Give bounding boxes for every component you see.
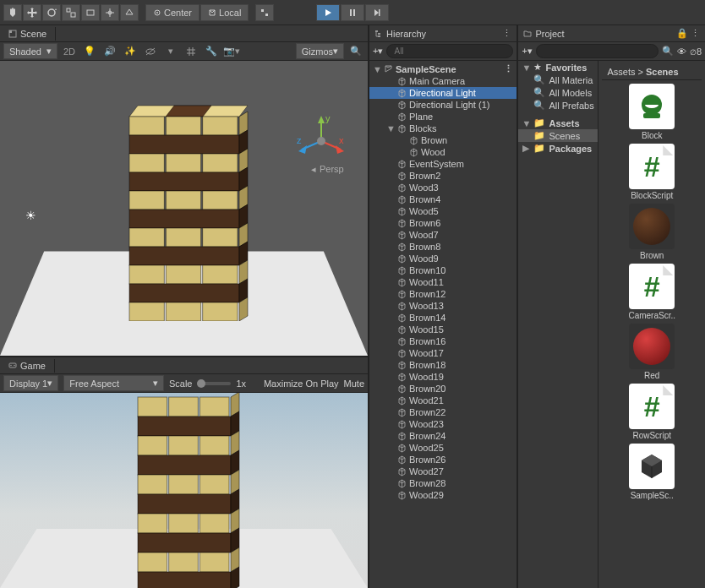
game-viewport[interactable] [0, 393, 368, 588]
lighting-toggle[interactable]: 💡 [81, 44, 98, 59]
hierarchy-item[interactable]: Wood27 [369, 466, 516, 477]
project-folder-tree[interactable]: ▼★ Favorites 🔍 All Materia🔍 All Models🔍 … [518, 61, 598, 588]
scene-tab[interactable]: Scene [0, 27, 56, 41]
scene-search[interactable]: 🔍 [347, 44, 364, 59]
gizmos-dropdown[interactable]: Gizmos ▾ [296, 43, 344, 59]
scene-vis-dropdown[interactable]: ▾ [162, 44, 179, 59]
hierarchy-item[interactable]: Wood29 [369, 489, 516, 501]
hierarchy-item[interactable]: Wood13 [369, 300, 516, 312]
asset-item[interactable]: #CameraScr.. [625, 264, 679, 320]
hierarchy-item[interactable]: Brown6 [369, 217, 516, 229]
rotate-tool[interactable] [42, 4, 61, 21]
hidden-toggle[interactable] [142, 44, 159, 59]
hierarchy-item[interactable]: Wood25 [369, 442, 516, 454]
packages-folder[interactable]: ▶📁 Packages [518, 142, 598, 155]
hierarchy-item[interactable]: Brown18 [369, 359, 516, 371]
hierarchy-item[interactable]: Main Camera [369, 75, 516, 87]
project-add-button[interactable]: +▾ [522, 46, 532, 57]
scene-root[interactable]: ▼ SampleScene⋮ [369, 63, 516, 75]
orientation-gizmo[interactable]: y x z ◂ Persp [292, 112, 342, 162]
hierarchy-item[interactable]: EventSystem [369, 158, 516, 170]
hierarchy-item[interactable]: Directional Light (1) [369, 99, 516, 111]
svg-rect-77 [138, 455, 231, 475]
display-dropdown[interactable]: Display 1 ▾ [3, 375, 58, 391]
hierarchy-item[interactable]: Wood5 [369, 205, 516, 217]
project-lock[interactable]: 🔒 [676, 28, 688, 38]
maximize-toggle[interactable]: Maximize On Play [264, 378, 339, 389]
asset-item[interactable]: #BlockScript [625, 144, 679, 200]
hierarchy-item[interactable]: Brown26 [369, 454, 516, 466]
hierarchy-item[interactable]: Wood21 [369, 395, 516, 406]
hierarchy-item[interactable]: Brown14 [369, 312, 516, 324]
mute-toggle[interactable]: Mute [344, 378, 364, 389]
hierarchy-item[interactable]: Wood [369, 146, 516, 158]
asset-item[interactable]: Red [625, 324, 679, 380]
hierarchy-item[interactable]: Brown10 [369, 264, 516, 276]
2d-toggle[interactable]: 2D [61, 44, 78, 59]
asset-item[interactable]: Block [625, 84, 679, 140]
hierarchy-item[interactable]: Brown [369, 134, 516, 146]
hierarchy-item[interactable]: Wood19 [369, 371, 516, 383]
pause-button[interactable] [341, 4, 364, 21]
scale-slider[interactable] [197, 382, 231, 385]
move-tool[interactable] [23, 4, 41, 21]
tools-toggle[interactable]: 🔧 [203, 44, 220, 59]
hierarchy-tree[interactable]: ▼ SampleScene⋮Main CameraDirectional Lig… [369, 61, 516, 588]
rect-tool[interactable] [81, 4, 100, 21]
favorite-search[interactable]: 🔍 All Prefabs [518, 99, 598, 112]
project-breadcrumb[interactable]: Assets > Scenes [602, 64, 702, 80]
asset-item[interactable]: #RowScript [625, 384, 679, 440]
hierarchy-item[interactable]: Wood11 [369, 276, 516, 288]
hierarchy-menu[interactable]: ⋮ [502, 28, 511, 39]
asset-item[interactable]: SampleSc.. [625, 444, 679, 500]
hierarchy-item[interactable]: Brown2 [369, 170, 516, 182]
hierarchy-item[interactable]: Wood9 [369, 253, 516, 264]
play-button[interactable] [316, 4, 340, 21]
transform-tool[interactable] [101, 4, 119, 21]
project-visibility-icon[interactable]: 👁 [677, 46, 686, 57]
hierarchy-item[interactable]: Brown8 [369, 241, 516, 253]
audio-toggle[interactable]: 🔊 [101, 44, 118, 59]
asset-item[interactable]: Brown [625, 204, 679, 260]
hierarchy-item[interactable]: Directional Light [369, 87, 516, 99]
grid-toggle[interactable] [183, 44, 199, 59]
fx-toggle[interactable]: ✨ [122, 44, 139, 59]
aspect-dropdown[interactable]: Free Aspect ▾ [63, 375, 164, 391]
scene-viewport[interactable]: y x z ◂ Persp ☀ [0, 61, 368, 356]
hierarchy-search-input[interactable] [386, 44, 513, 58]
game-tab[interactable]: Game [0, 359, 55, 373]
hierarchy-item[interactable]: Wood3 [369, 182, 516, 193]
hierarchy-item[interactable]: Wood17 [369, 347, 516, 359]
hierarchy-item[interactable]: Wood23 [369, 418, 516, 430]
shading-mode-dropdown[interactable]: Shaded ▾ [3, 43, 57, 59]
step-button[interactable] [365, 4, 389, 21]
favorites-header[interactable]: ▼★ Favorites [518, 61, 598, 74]
hierarchy-item[interactable]: Brown12 [369, 288, 516, 300]
hierarchy-item[interactable]: Brown20 [369, 383, 516, 395]
hierarchy-item[interactable]: Brown28 [369, 477, 516, 489]
assets-folder[interactable]: ▼📁 Assets [518, 117, 598, 129]
hierarchy-item[interactable]: Wood7 [369, 229, 516, 241]
local-global-toggle[interactable]: Local [200, 4, 249, 21]
svg-rect-99 [378, 35, 380, 37]
hierarchy-item[interactable]: Brown4 [369, 193, 516, 205]
hierarchy-add-button[interactable]: +▾ [373, 46, 383, 57]
scenes-folder[interactable]: 📁 Scenes [518, 129, 598, 142]
snap-toggle[interactable] [255, 4, 274, 21]
favorite-search[interactable]: 🔍 All Materia [518, 74, 598, 86]
pivot-center-toggle[interactable]: Center [145, 4, 199, 21]
hand-tool[interactable] [3, 4, 22, 21]
hierarchy-item[interactable]: Brown16 [369, 335, 516, 347]
hierarchy-item[interactable]: Plane [369, 111, 516, 122]
custom-tool[interactable] [120, 4, 139, 21]
project-filter-icon[interactable]: 🔍 [662, 46, 674, 57]
camera-toggle[interactable]: 📷▾ [223, 44, 240, 59]
hierarchy-item[interactable]: Brown22 [369, 406, 516, 418]
project-search-input[interactable] [536, 44, 659, 58]
hierarchy-item[interactable]: ▼Blocks [369, 122, 516, 134]
hierarchy-item[interactable]: Wood15 [369, 324, 516, 335]
favorite-search[interactable]: 🔍 All Models [518, 86, 598, 99]
project-menu[interactable]: ⋮ [691, 28, 700, 38]
scale-tool[interactable] [62, 4, 80, 21]
hierarchy-item[interactable]: Brown24 [369, 430, 516, 442]
